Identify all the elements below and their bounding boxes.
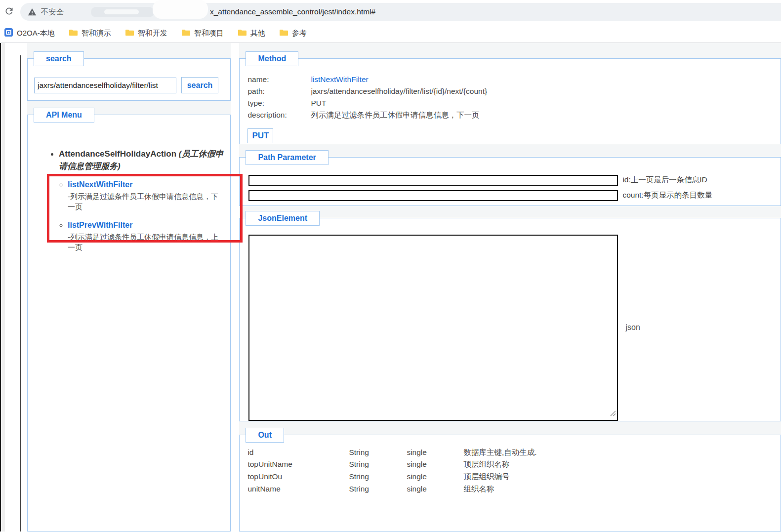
jest-api-page: search search API Menu AttendanceSelfHol… <box>0 43 781 532</box>
json-textarea[interactable] <box>248 235 618 421</box>
method-description-value: 列示满足过滤条件员工休假申请信息信息，下一页 <box>311 109 479 121</box>
out-field-name: topUnitOu <box>247 471 349 483</box>
search-input[interactable] <box>34 78 176 93</box>
method-path-row: path: jaxrs/attendanceselfholiday/filter… <box>247 85 781 97</box>
bookmark-label: 智和演示 <box>82 29 111 38</box>
folder-icon <box>238 29 247 38</box>
out-field-description: 顶层组织名称 <box>463 458 781 471</box>
out-field-cardinality: single <box>407 458 463 471</box>
method-description-label: description: <box>247 109 311 121</box>
address-bar[interactable]: 不安全 x_attendance_assemble_control/jest/i… <box>20 3 781 21</box>
path-param-id-row: id:上一页最后一条信息ID <box>248 175 781 186</box>
bookmark-folder-other[interactable]: 其他 <box>238 29 265 38</box>
folder-icon <box>182 29 190 38</box>
reload-icon <box>4 6 14 18</box>
folder-icon <box>125 29 134 38</box>
out-panel-legend: Out <box>246 428 284 443</box>
redacted-url-segment <box>104 9 139 14</box>
bookmark-folder-zhihe-project[interactable]: 智和项目 <box>182 29 224 38</box>
out-field-name: id <box>247 447 349 459</box>
browser-toolbar: 不安全 x_attendance_assemble_control/jest/i… <box>0 0 781 24</box>
out-field-name: unitName <box>247 483 349 495</box>
method-path-label: path: <box>247 85 311 97</box>
method-description-row: description: 列示满足过滤条件员工休假申请信息信息，下一页 <box>247 109 781 121</box>
bookmark-label: O2OA-本地 <box>17 29 55 38</box>
path-parameter-legend: Path Parameter <box>246 150 328 165</box>
path-param-id-input[interactable] <box>248 175 618 186</box>
method-link-listnextwithfilter[interactable]: listNextWithFilter <box>68 179 132 190</box>
reload-button[interactable] <box>0 6 18 18</box>
out-field-description: 组织名称 <box>463 483 781 495</box>
redacted-url-segment <box>153 0 208 19</box>
json-field-label: json <box>625 323 640 332</box>
out-field-cardinality: single <box>407 471 463 483</box>
folder-icon <box>280 29 288 38</box>
left-column: search search API Menu AttendanceSelfHol… <box>27 43 231 532</box>
api-method-item: listPrevWithFilter -列示满足过滤条件员工休假申请信息信息，上… <box>68 220 225 252</box>
out-field-cardinality: single <box>407 447 463 459</box>
bookmark-folder-reference[interactable]: 参考 <box>280 29 307 38</box>
out-field-cardinality: single <box>407 483 463 495</box>
out-table-row: id String single 数据库主键,自动生成. <box>247 447 781 459</box>
method-type-row: type: PUT <box>247 97 781 109</box>
bookmark-label: 智和开发 <box>138 29 167 38</box>
out-table-row: topUnitName String single 顶层组织名称 <box>247 458 781 471</box>
search-panel-legend: search <box>34 51 84 66</box>
api-method-item: listNextWithFilter -列示满足过滤条件员工休假申请信息信息，下… <box>68 179 225 212</box>
out-field-type: String <box>349 471 407 483</box>
folder-icon <box>69 29 78 38</box>
api-service-item: AttendanceSelfHolidayAction (员工休假申请信息管理服… <box>59 148 225 252</box>
method-link-listprevwithfilter[interactable]: listPrevWithFilter <box>68 220 132 230</box>
out-table: id String single 数据库主键,自动生成. topUnitName… <box>247 447 781 495</box>
method-panel: Method name: listNextWithFilter path: ja… <box>239 58 781 144</box>
right-column: Method name: listNextWithFilter path: ja… <box>239 43 781 532</box>
method-name-label: name: <box>247 74 311 85</box>
path-param-count-row: count:每页显示的条目数量 <box>248 190 781 201</box>
method-description: -列示满足过滤条件员工休假申请信息信息，下一页 <box>68 191 225 212</box>
method-name-row: name: listNextWithFilter <box>247 74 781 85</box>
warning-icon[interactable] <box>28 8 37 16</box>
method-path-value: jaxrs/attendanceselfholiday/filter/list/… <box>311 85 487 97</box>
path-param-id-label: id:上一页最后一条信息ID <box>622 175 707 185</box>
path-param-count-label: count:每页显示的条目数量 <box>622 190 712 201</box>
path-parameter-panel: Path Parameter id:上一页最后一条信息ID count:每页显示… <box>239 157 781 206</box>
out-field-description: 顶层组织编号 <box>463 471 781 483</box>
service-name: AttendanceSelfHolidayAction <box>59 149 176 159</box>
out-field-type: String <box>349 458 407 471</box>
out-field-description: 数据库主键,自动生成. <box>463 447 781 459</box>
put-button[interactable]: PUT <box>247 128 273 143</box>
bookmark-folder-zhihe-dev[interactable]: 智和开发 <box>125 29 167 38</box>
bookmark-o2oa-local[interactable]: O2OA-本地 <box>4 28 55 38</box>
bookmark-folder-zhihe-demo[interactable]: 智和演示 <box>69 29 111 38</box>
url-text: x_attendance_assemble_control/jest/index… <box>210 3 375 21</box>
content-container-border <box>20 55 21 532</box>
security-label: 不安全 <box>41 7 64 17</box>
method-type-label: type: <box>247 97 311 109</box>
bookmark-label: 智和项目 <box>194 29 224 38</box>
method-panel-legend: Method <box>246 51 298 66</box>
method-type-value: PUT <box>311 97 326 109</box>
api-menu-panel: API Menu AttendanceSelfHolidayAction (员工… <box>27 115 231 532</box>
o2oa-favicon-icon <box>4 28 13 38</box>
out-table-row: topUnitOu String single 顶层组织编号 <box>247 471 781 483</box>
path-param-count-input[interactable] <box>248 190 618 201</box>
bookmark-label: 参考 <box>292 29 307 38</box>
json-element-panel: JsonElement json <box>239 218 781 421</box>
out-field-name: topUnitName <box>247 458 349 471</box>
method-description: -列示满足过滤条件员工休假申请信息信息，上一页 <box>68 232 225 252</box>
search-button[interactable]: search <box>181 77 218 93</box>
out-panel: Out id String single 数据库主键,自动生成. topUnit… <box>239 435 781 532</box>
out-field-type: String <box>349 483 407 495</box>
window-left-gutter <box>1 43 5 532</box>
api-menu-legend: API Menu <box>34 108 94 123</box>
out-table-row: unitName String single 组织名称 <box>247 483 781 495</box>
json-element-legend: JsonElement <box>246 211 320 226</box>
bookmarks-bar: O2OA-本地 智和演示 智和开发 智和项目 其他 参考 <box>0 24 781 43</box>
method-name-value[interactable]: listNextWithFilter <box>311 74 368 85</box>
out-field-type: String <box>349 447 407 459</box>
search-panel: search search <box>27 58 231 101</box>
bookmark-label: 其他 <box>250 29 265 38</box>
